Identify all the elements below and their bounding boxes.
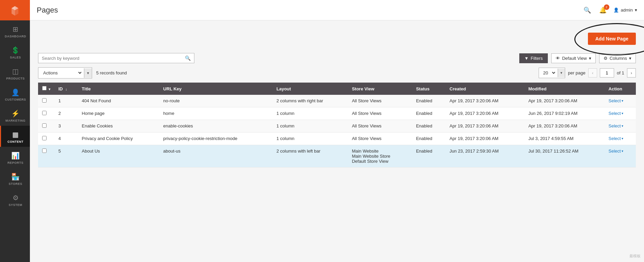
action-select-link[interactable]: Select ▾ [609,136,632,141]
filter-icon: ▼ [524,56,529,61]
action-select-link[interactable]: Select ▾ [609,111,632,116]
cell-store-view: All Store Views [348,120,412,133]
cell-status: Enabled [412,107,446,120]
header-search-button[interactable]: 🔍 [582,5,592,15]
sidebar-item-dashboard[interactable]: ⊞ DASHBOARD [0,20,30,41]
cell-title: About Us [78,145,159,168]
cell-created: Apr 19, 2017 3:20:06 AM [446,95,524,107]
chevron-down-icon: ▾ [560,71,562,75]
cell-status: Enabled [412,120,446,133]
cell-id: 3 [54,120,78,133]
cell-modified: Jun 26, 2017 9:02:19 AM [524,107,605,120]
cell-layout: 1 column [273,120,348,133]
cell-id: 1 [54,95,78,107]
user-label: admin [621,7,633,13]
actions-select[interactable]: Actions [38,68,83,78]
pagination-of-label: of 1 [617,70,624,75]
watermark: 最模板 [629,254,641,259]
columns-button[interactable]: ⚙ Columns ▾ [599,53,636,63]
sidebar-item-marketing[interactable]: ⚡ MARKETING [0,105,30,126]
row-checkbox[interactable] [42,98,47,103]
pagination-prev-button[interactable]: ‹ [588,68,597,77]
sidebar-item-label: STORES [9,182,22,186]
cell-store-view: All Store Views [348,107,412,120]
stores-icon: 🏪 [11,173,20,181]
row-checkbox[interactable] [42,136,47,140]
cell-action: Select ▾ [605,133,636,145]
gear-icon: ⚙ [604,56,608,61]
filters-right: ▼ Filters 👁 Default View ▾ ⚙ Columns ▾ [519,53,636,63]
th-checkbox-arrow[interactable]: ▾ [49,87,50,91]
cell-url-key: home [159,107,272,120]
search-icon: 🔍 [584,7,591,14]
pagination-next-button[interactable]: › [627,68,636,77]
cell-title: Privacy and Cookie Policy [78,133,159,145]
sidebar-item-products[interactable]: ◫ PRODUCTS [0,63,30,84]
chevron-right-icon: › [631,70,632,75]
cell-url-key: no-route [159,95,272,107]
search-submit-button[interactable]: 🔍 [185,55,191,61]
notifications-button[interactable]: 🔔 2 [598,5,608,15]
cell-layout: 1 column [273,107,348,120]
row-checkbox[interactable] [42,111,47,115]
cell-created: Apr 19, 2017 3:20:06 AM [446,133,524,145]
cell-checkbox [38,95,54,107]
actions-dropdown-button[interactable]: ▾ [84,68,92,78]
th-action-label: Action [609,86,622,91]
table-row: 3 Enable Cookies enable-cookies 1 column… [38,120,636,133]
action-arrow-icon: ▾ [622,99,623,103]
sort-icon[interactable]: ↓ [65,87,67,91]
th-created-label: Created [450,86,466,91]
search-input[interactable] [42,56,182,61]
columns-button-label: Columns [610,56,627,61]
table-body: 1 404 Not Found no-route 2 columns with … [38,95,636,168]
filters-button[interactable]: ▼ Filters [519,53,548,63]
view-button[interactable]: 👁 Default View ▾ [551,53,596,63]
table-row: 4 Privacy and Cookie Policy privacy-poli… [38,133,636,145]
th-status: Status [412,83,446,95]
header-right: 🔍 🔔 2 👤 admin ▾ [582,5,637,15]
row-checkbox[interactable] [42,123,47,128]
select-all-checkbox[interactable] [42,86,47,90]
cell-modified: Apr 19, 2017 3:20:06 AM [524,120,605,133]
content-icon: ▦ [12,130,19,139]
cell-created: Apr 19, 2017 3:20:06 AM [446,120,524,133]
action-select-link[interactable]: Select ▾ [609,98,632,103]
table-header-row: ▾ ID ↓ Title URL Key Layout [38,83,636,95]
cell-layout: 1 column [273,133,348,145]
th-created: Created [446,83,524,95]
magento-logo-icon [8,3,22,17]
sidebar-item-label: SALES [10,56,21,59]
row-checkbox[interactable] [42,149,47,153]
chevron-down-icon: ▾ [635,7,637,13]
cell-created: Jun 23, 2017 2:59:30 AM [446,145,524,168]
sidebar-item-customers[interactable]: 👤 CUSTOMERS [0,84,30,105]
action-select-link[interactable]: Select ▾ [609,123,632,128]
per-page-dropdown-button[interactable]: ▾ [558,69,565,77]
add-new-page-button[interactable]: Add New Page [588,33,636,45]
pages-table: ▾ ID ↓ Title URL Key Layout [38,83,636,168]
action-select-link[interactable]: Select ▾ [609,149,632,154]
chevron-down-icon: ▾ [87,71,89,75]
customers-icon: 👤 [11,88,20,97]
cell-store-view: Main WebsiteMain Website StoreDefault St… [348,145,412,168]
sidebar: ⊞ DASHBOARD 💲 SALES ◫ PRODUCTS 👤 CUSTOME… [0,0,30,262]
cell-store-view: All Store Views [348,95,412,107]
sidebar-item-reports[interactable]: 📊 REPORTS [0,147,30,168]
sidebar-logo [0,0,30,20]
cell-created: Apr 19, 2017 3:20:06 AM [446,107,524,120]
pagination-page-input[interactable] [600,68,614,77]
content-area: Add New Page 🔍 ▼ Filters 👁 Default View [30,20,644,262]
sidebar-item-content[interactable]: ▦ CONTENT [0,126,30,147]
search-submit-icon: 🔍 [185,55,191,61]
per-page-select[interactable]: 20 30 50 [539,68,556,78]
sidebar-item-system[interactable]: ⚙ SYSTEM [0,189,30,210]
table-row: 1 404 Not Found no-route 2 columns with … [38,95,636,107]
cell-layout: 2 columns with right bar [273,95,348,107]
sidebar-item-stores[interactable]: 🏪 STORES [0,168,30,189]
reports-icon: 📊 [11,152,20,160]
sidebar-item-sales[interactable]: 💲 SALES [0,41,30,63]
user-menu-button[interactable]: 👤 admin ▾ [613,7,637,13]
records-found-label: 5 records found [96,70,127,75]
action-arrow-icon: ▾ [622,124,623,128]
